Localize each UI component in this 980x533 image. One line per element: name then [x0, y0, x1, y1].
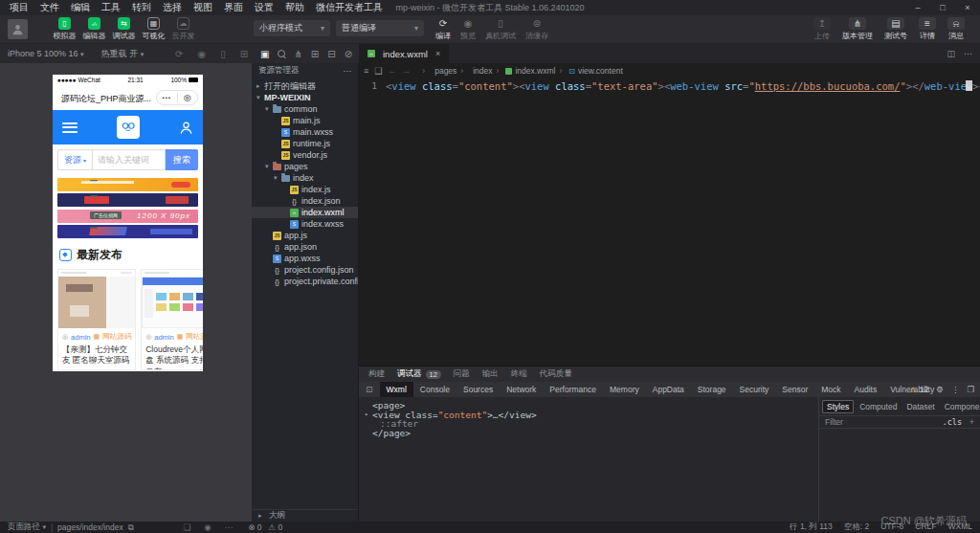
card-author[interactable]: admin [154, 333, 173, 342]
refresh-icon[interactable]: ⟳ [175, 49, 183, 59]
breadcrumb-item[interactable]: view.content [555, 66, 622, 76]
tree-item[interactable]: common [252, 103, 358, 115]
panel-tab[interactable]: 构建 [368, 368, 385, 380]
panel-tab[interactable]: 终端 [511, 368, 527, 380]
action-button[interactable]: ▯ 真机调试 [485, 16, 516, 41]
menu-item[interactable]: 转到 [126, 2, 157, 12]
more-icon[interactable]: ⋯ [964, 49, 972, 58]
close-tab-icon[interactable]: × [435, 49, 440, 58]
statusbar-item[interactable]: CRLF [915, 522, 936, 533]
devtools-tab[interactable]: Console [413, 382, 457, 397]
devtools-tab[interactable]: Performance [543, 382, 603, 397]
tree-item[interactable]: index.wxss [252, 218, 358, 230]
ad-banner[interactable] [57, 193, 198, 207]
devtools-tab[interactable]: Network [500, 382, 543, 397]
post-card[interactable]: ◎ admin ▦ 网站源码 Cloudreve个人网盘 系统源码 支持云存 [141, 269, 203, 370]
close-icon[interactable]: × [955, 0, 980, 15]
tree-item[interactable]: index.json [252, 195, 358, 207]
action-button[interactable]: ⊜ 清缓存 [525, 16, 548, 41]
devtools-tab[interactable]: Storage [691, 382, 733, 397]
code-editor[interactable]: 1 <view class="content"><view class="tex… [359, 78, 980, 366]
device-select[interactable]: iPhone 5 100% 16 ▾ [8, 49, 84, 58]
ad-banner[interactable]: 广告位招商 1200 X 90px [57, 210, 198, 223]
capsule-menu[interactable]: ••• ◎ [156, 90, 198, 105]
action-button[interactable]: ≡ 详情 [919, 16, 936, 41]
tree-item[interactable]: runtime.js [252, 138, 358, 149]
split-editor-icon[interactable]: ◫ [947, 49, 955, 58]
action-button[interactable]: ⋔ 版本管理 [842, 16, 873, 41]
styles-tab[interactable]: Computed [856, 401, 901, 412]
panel-tab[interactable]: 代码质量 [540, 368, 572, 380]
tree-item[interactable]: vendor.js [252, 149, 358, 161]
tree-item[interactable]: project.config.json [252, 264, 358, 276]
external-window-icon[interactable]: ❏ [184, 522, 191, 532]
copy-icon[interactable]: ⧉ [128, 522, 134, 533]
toolbar-button[interactable]: 可视化 [140, 16, 167, 41]
wxml-tree[interactable]: <page> ▸<view class="content">…</view> :… [359, 397, 818, 522]
action-button[interactable]: ⍾ 消息 [947, 16, 965, 41]
tree-item[interactable]: main.wxss [252, 126, 358, 138]
mode-select[interactable]: 小程序模式 ▾ [254, 20, 330, 36]
phone-icon[interactable]: ▯ [220, 49, 226, 59]
search-category-dropdown[interactable]: 资源▾ [57, 149, 92, 170]
toolbar-button[interactable]: 云开发 [169, 16, 197, 41]
problems-counter[interactable]: ⊗ 0 ⚠ 0 [248, 522, 282, 532]
statusbar-item[interactable]: WXML [948, 522, 973, 533]
menu-item[interactable]: 工具 [96, 2, 126, 12]
cls-toggle[interactable]: .cls [943, 417, 962, 427]
filter-input[interactable]: Filter [825, 417, 843, 427]
search-icon[interactable] [278, 50, 285, 57]
minimize-icon[interactable]: – [905, 0, 930, 15]
breadcrumb-item[interactable]: index [457, 66, 492, 76]
card-author[interactable]: admin [71, 333, 90, 342]
statusbar-item[interactable]: 行 1, 列 113 [790, 522, 833, 533]
tree-item[interactable]: app.js [252, 230, 358, 241]
menu-item[interactable]: 文件 [34, 2, 65, 12]
devtools-tab[interactable]: Sources [457, 382, 500, 397]
action-button[interactable]: ↥ 上传 [813, 16, 831, 41]
hot-reload-toggle[interactable]: 热重载 开 ▾ [101, 48, 145, 60]
menu-item[interactable]: 设置 [249, 2, 279, 12]
devtools-tab[interactable]: AppData [646, 382, 691, 397]
toolbar-button[interactable]: 调试器 [110, 16, 138, 41]
outline-section[interactable]: 大纲 [252, 509, 358, 522]
editor-tab[interactable]: index.wxml × [359, 44, 449, 63]
action-button[interactable]: ▤ 测试号 [884, 16, 907, 41]
wxml-node[interactable]: <page> [372, 401, 405, 410]
gear-icon[interactable]: ⚙ [936, 385, 944, 394]
menu-item[interactable]: 选择 [157, 2, 188, 12]
tree-item[interactable]: pages [252, 161, 358, 172]
caret-right-icon[interactable]: ▸ [365, 411, 372, 419]
inspect-element-icon[interactable]: ⊡ [359, 385, 380, 394]
breadcrumb-item[interactable]: index.wxml [493, 66, 556, 76]
post-card[interactable]: ◎ admin ▦ 网站源码 【亲测】七分钟交友 匿名聊天室源码 [57, 269, 136, 370]
kebab-menu-icon[interactable]: ⋮ [951, 385, 960, 394]
files-icon[interactable]: ▣ [260, 49, 269, 59]
panel-tab[interactable]: 输出 [482, 368, 499, 380]
compile-mode-select[interactable]: 普通编译 ▾ [336, 20, 424, 36]
statusbar-item[interactable]: UTF-8 [880, 522, 903, 533]
devtools-tab[interactable]: Wxml [380, 382, 413, 397]
maximize-icon[interactable]: □ [930, 0, 955, 15]
menu-item[interactable]: 编辑 [65, 2, 96, 12]
menu-item[interactable]: 微信开发者工具 [310, 2, 389, 12]
menu-item[interactable]: 界面 [218, 2, 249, 12]
styles-tab[interactable]: Component Data [941, 401, 980, 412]
menu-item[interactable]: 视图 [188, 2, 218, 12]
new-rule-icon[interactable]: + [969, 417, 974, 427]
devtools-tab[interactable]: Mock [814, 382, 847, 397]
multi-window-icon[interactable]: ⊞ [240, 49, 248, 59]
avatar[interactable] [8, 19, 28, 39]
toolbar-button[interactable]: 编辑器 [80, 16, 108, 41]
page-path-dropdown[interactable]: 页面路径 ▾ [8, 522, 46, 533]
action-button[interactable]: ◉ 预览 [460, 16, 476, 41]
bookmark-icon[interactable]: ❑ [374, 66, 382, 76]
save-all-icon[interactable]: ⊟ [327, 49, 335, 59]
styles-tab[interactable]: Styles [822, 400, 854, 413]
forward-icon[interactable]: → [402, 66, 411, 76]
panel-tab[interactable]: 调试器 12 [397, 368, 441, 380]
tree-item[interactable]: main.js [252, 115, 358, 126]
panel-tab[interactable]: 问题 [454, 368, 470, 380]
devtools-tab[interactable]: Security [733, 382, 776, 397]
detach-icon[interactable]: ❐ [967, 385, 974, 394]
